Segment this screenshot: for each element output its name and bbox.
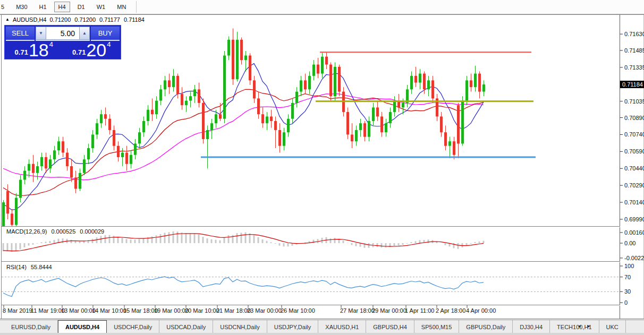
svg-text:0.71035: 0.71035: [624, 98, 644, 105]
time-axis-label: 15 Mar 18:00: [123, 307, 158, 314]
svg-text:0.70440: 0.70440: [624, 165, 644, 171]
time-axis-label: 21 Mar 18:00: [216, 307, 251, 314]
chart-tab-gbpusd-h4[interactable]: GBPUSD,H4: [366, 320, 414, 333]
chart-tabbar: EURUSD,DailyAUDUSD,H4USDCHF,DailyUSDCAD,…: [0, 320, 644, 333]
chart-tab-xauusd-h1[interactable]: XAUUSD,H1: [318, 320, 366, 333]
svg-text:0.70740: 0.70740: [624, 131, 644, 138]
ohlc-close: 0.71184: [124, 16, 145, 23]
buy-price-pips: 20: [86, 42, 106, 58]
sell-price-point: 4: [49, 40, 53, 48]
chart-tab-audusd-h4[interactable]: AUDUSD,H4: [58, 320, 107, 333]
volume-decrease-button[interactable]: ▼: [36, 27, 46, 40]
chart-tab-usdchf-daily[interactable]: USDCHF,Daily: [107, 320, 159, 333]
time-axis-label: 13 Mar 00:00: [61, 307, 96, 314]
svg-text:0.00: 0.00: [624, 240, 635, 246]
svg-text:0.69990: 0.69990: [624, 216, 644, 222]
time-axis-label: 11 Mar 19:00: [31, 307, 65, 314]
buy-price-base: 0.71: [72, 48, 86, 56]
tab-scroll-right-icon[interactable]: ►: [587, 324, 591, 329]
one-click-trade-panel: SELL ▼ 5.00 ▲ BUY 0.71 18 4 0.71 20 4: [4, 25, 121, 59]
sell-price-display[interactable]: 0.71 18 4: [6, 41, 62, 58]
chart-tab-usdcnh-daily[interactable]: USDCNH,Daily: [213, 320, 267, 333]
svg-text:70: 70: [624, 274, 631, 280]
rsi-pane-label: RSI(14) 55.8444: [6, 264, 52, 270]
time-axis-label: 19 Mar 00:00: [154, 307, 189, 314]
svg-text:30: 30: [624, 288, 631, 295]
time-axis-label: 4 Apr 00:00: [466, 307, 496, 314]
collapse-triangle-icon[interactable]: ▲: [5, 18, 10, 22]
sell-button[interactable]: SELL: [6, 27, 35, 41]
chart-symbol-title: AUDUSD,H4: [13, 16, 47, 23]
sell-price-base: 0.71: [15, 48, 28, 56]
time-axis-label: 27 Mar 18:00: [340, 307, 375, 314]
mt4-terminal: 5M30H1H4D1W1MN 0.716300.714850.713350.71…: [0, 0, 644, 335]
rsi-indicator-name: RSI(14): [6, 264, 27, 270]
time-axis-label: 8 Mar 2019: [3, 307, 32, 314]
time-axis-label: 14 Mar 10:00: [92, 307, 126, 314]
chart-tab-usdcad-daily[interactable]: USDCAD,Daily: [159, 320, 213, 333]
tab-scroll-left-icon[interactable]: ◄: [577, 324, 581, 329]
svg-text:0.71184: 0.71184: [622, 81, 643, 88]
macd-value-signal: 0.000029: [80, 228, 104, 235]
volume-stepper: ▼ 5.00 ▲: [36, 27, 90, 41]
tab-scroll-arrows: ◄ ►: [577, 320, 591, 333]
chart-tab-tech100-h1[interactable]: TECH100,H1: [550, 320, 599, 333]
time-axis-label: 29 Mar 00:00: [372, 307, 406, 314]
chart-title-row: ▲ AUDUSD,H4 0.71200 0.71200 0.71177 0.71…: [5, 16, 145, 23]
svg-text:0.70590: 0.70590: [624, 148, 644, 154]
svg-text:100: 100: [624, 263, 634, 269]
chart-tab-usdjpy-daily[interactable]: USDJPY,Daily: [267, 320, 319, 333]
sell-price-pips: 18: [29, 42, 49, 58]
buy-price-point: 4: [107, 40, 111, 48]
macd-indicator-name: MACD(12,26,9): [6, 228, 47, 235]
time-axis-label: 20 Mar 10:00: [185, 307, 219, 314]
svg-text:0.70890: 0.70890: [624, 115, 644, 121]
time-axis-label: 26 Mar 10:00: [281, 307, 315, 314]
buy-button[interactable]: BUY: [91, 27, 120, 41]
status-bar: [0, 333, 644, 335]
ohlc-high: 0.71200: [74, 16, 96, 23]
chart-tab-eurusd-daily[interactable]: EURUSD,Daily: [4, 320, 58, 333]
ohlc-low: 0.71177: [99, 16, 120, 23]
chart-tab-gbpusd-daily[interactable]: GBPUSD,Daily: [459, 320, 513, 333]
volume-increase-button[interactable]: ▲: [79, 27, 90, 40]
macd-value-main: 0.000525: [51, 228, 75, 235]
ohlc-open: 0.71200: [50, 16, 71, 23]
svg-text:0.71630: 0.71630: [624, 31, 644, 37]
time-axis-label: 2 Apr 18:00: [436, 307, 465, 314]
time-axis-label: 23 Mar 00:00: [247, 307, 282, 314]
volume-field[interactable]: 5.00: [46, 27, 79, 40]
buy-price-display[interactable]: 0.71 20 4: [64, 41, 120, 58]
macd-pane-label: MACD(12,26,9) 0.000525 0.000029: [6, 228, 104, 235]
time-axis-label: 1 Apr 11:00: [405, 307, 434, 314]
svg-text:0: 0: [624, 299, 628, 306]
chart-tab-ukc[interactable]: UKC: [599, 320, 626, 333]
svg-text:0.71485: 0.71485: [624, 47, 644, 54]
svg-text:0.70290: 0.70290: [624, 182, 644, 188]
svg-text:0.70140: 0.70140: [624, 199, 644, 205]
svg-text:0.71335: 0.71335: [624, 64, 644, 71]
rsi-value: 55.8444: [31, 264, 52, 270]
chart-tab-dj30-h4[interactable]: DJ30,H4: [513, 320, 550, 333]
svg-text:-0.002235: -0.002235: [624, 255, 644, 261]
svg-text:0.001605: 0.001605: [624, 229, 644, 236]
chart-tab-sp500-m15[interactable]: SP500,M15: [414, 320, 459, 333]
